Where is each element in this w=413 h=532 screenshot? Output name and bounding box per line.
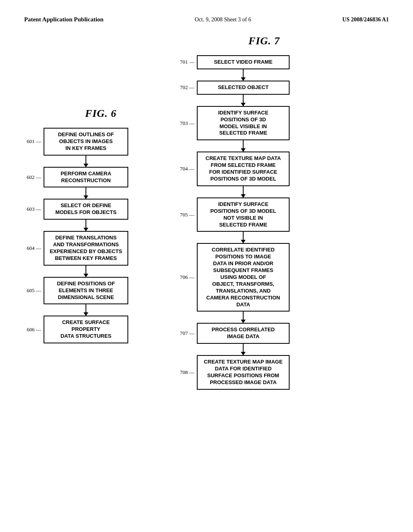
arrow-602-603: [24, 187, 177, 199]
step-label-708: 708 —: [177, 369, 194, 376]
step-label-704: 704 —: [177, 166, 194, 172]
fig7-box-706: CORRELATE IDENTIFIEDPOSITIONS TO IMAGEDA…: [197, 243, 290, 312]
step-label-703: 703 —: [177, 120, 194, 127]
fig7-step-707: 707 — PROCESS CORRELATEDIMAGE DATA: [177, 323, 351, 344]
step-label-702: 702 —: [177, 84, 194, 91]
arrow-703-704: [177, 140, 351, 152]
fig7-step-708: 708 — CREATE TEXTURE MAP IMAGEDATA FOR I…: [177, 355, 351, 390]
step-label-605: 605 —: [24, 287, 41, 294]
arrow-701-702: [177, 69, 351, 81]
step-label-603: 603 —: [24, 206, 41, 212]
fig7-title: FIG. 7: [177, 35, 351, 47]
fig7-box-703: IDENTIFY SURFACEPOSITIONS OF 3DMODEL VIS…: [197, 106, 290, 141]
date-sheet-label: Oct. 9, 2008 Sheet 3 of 6: [195, 17, 251, 23]
fig6-title: FIG. 6: [24, 108, 177, 120]
fig6-step-604: 604 — DEFINE TRANSLATIONSAND TRANSFORMAT…: [24, 231, 177, 266]
fig6-step-603: 603 — SELECT OR DEFINEMODELS FOR OBJECTS: [24, 199, 177, 220]
fig6-box-605: DEFINE POSITIONS OFELEMENTS IN THREEDIME…: [44, 277, 128, 305]
fig7-step-702: 702 — SELECTED OBJECT: [177, 81, 351, 95]
fig7-box-705: IDENTIFY SURFACEPOSITIONS OF 3D MODELNOT…: [197, 197, 290, 232]
fig7-box-707: PROCESS CORRELATEDIMAGE DATA: [197, 323, 290, 344]
publication-label: Patent Application Publication: [24, 16, 104, 23]
arrow-705-706: [177, 232, 351, 243]
fig7-step-706: 706 — CORRELATE IDENTIFIEDPOSITIONS TO I…: [177, 243, 351, 312]
patent-number-label: US 2008/246836 A1: [342, 17, 389, 23]
arrow-704-705: [177, 186, 351, 197]
fig7-step-701: 701 — SELECT VIDEO FRAME: [177, 55, 351, 69]
arrow-702-703: [177, 95, 351, 106]
arrow-707-708: [177, 344, 351, 355]
fig7-box-702: SELECTED OBJECT: [197, 81, 290, 95]
page: Patent Application Publication Oct. 9, 2…: [0, 0, 413, 532]
fig6-box-603: SELECT OR DEFINEMODELS FOR OBJECTS: [44, 199, 128, 220]
fig7-box-704: CREATE TEXTURE MAP DATAFROM SELECTED FRA…: [197, 152, 290, 186]
fig7-step-703: 703 — IDENTIFY SURFACEPOSITIONS OF 3DMOD…: [177, 106, 351, 141]
fig6-step-606: 606 — CREATE SURFACE PROPERTYDATA STRUCT…: [24, 316, 177, 343]
main-content: FIG. 6 601 — DEFINE OUTLINES OFOBJECTS I…: [24, 35, 389, 390]
fig6-box-604: DEFINE TRANSLATIONSAND TRANSFORMATIONSEX…: [44, 231, 128, 266]
arrow-603-604: [24, 220, 177, 231]
step-label-707: 707 —: [177, 330, 194, 337]
fig6-box-602: PERFORM CAMERARECONSTRUCTION: [44, 167, 128, 188]
fig6-step-602: 602 — PERFORM CAMERARECONSTRUCTION: [24, 167, 177, 188]
step-label-606: 606 —: [24, 326, 41, 333]
arrow-601-602: [24, 156, 177, 167]
fig7-box-708: CREATE TEXTURE MAP IMAGEDATA FOR IDENTIF…: [197, 355, 290, 390]
step-label-705: 705 —: [177, 212, 194, 218]
fig6-box-606: CREATE SURFACE PROPERTYDATA STRUCTURES: [44, 316, 128, 343]
fig6-box-601: DEFINE OUTLINES OFOBJECTS IN IMAGESIN KE…: [44, 128, 128, 156]
fig6-step-601: 601 — DEFINE OUTLINES OFOBJECTS IN IMAGE…: [24, 128, 177, 156]
arrow-605-606: [24, 304, 177, 316]
step-label-602: 602 —: [24, 174, 41, 181]
arrow-706-707: [177, 312, 351, 323]
arrow-604-605: [24, 266, 177, 277]
step-label-604: 604 —: [24, 245, 41, 251]
fig7-box-701: SELECT VIDEO FRAME: [197, 55, 290, 69]
fig7-column: FIG. 7 701 — SELECT VIDEO FRAME 702 — SE…: [177, 35, 351, 390]
step-label-701: 701 —: [177, 59, 194, 65]
step-label-706: 706 —: [177, 274, 194, 281]
fig6-column: FIG. 6 601 — DEFINE OUTLINES OFOBJECTS I…: [24, 35, 177, 343]
page-header: Patent Application Publication Oct. 9, 2…: [24, 16, 389, 23]
fig6-step-605: 605 — DEFINE POSITIONS OFELEMENTS IN THR…: [24, 277, 177, 305]
step-label-601: 601 —: [24, 138, 41, 145]
fig7-step-705: 705 — IDENTIFY SURFACEPOSITIONS OF 3D MO…: [177, 197, 351, 232]
fig7-step-704: 704 — CREATE TEXTURE MAP DATAFROM SELECT…: [177, 152, 351, 186]
